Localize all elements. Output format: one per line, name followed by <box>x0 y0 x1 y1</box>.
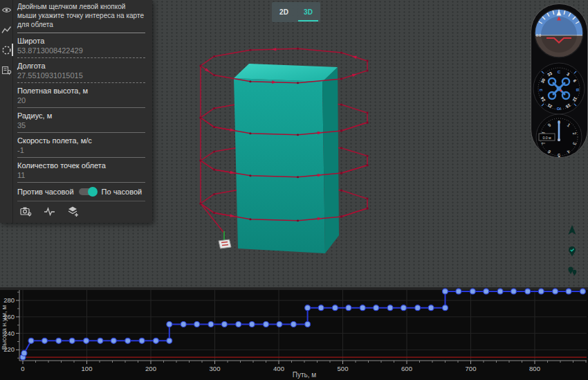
panel-instruction: Двойным щелчком левой кнопкой мыши укажи… <box>17 0 145 33</box>
tab-2d[interactable]: 2D <box>272 2 296 22</box>
toggle-right-label: По часовой <box>102 188 143 196</box>
svg-text:100: 100 <box>82 365 93 372</box>
svg-text:700: 700 <box>466 365 477 372</box>
field-label: Полетная высота, м <box>17 86 145 96</box>
field-value-input[interactable]: 20 <box>17 96 145 107</box>
field-value-input[interactable]: 27.5510931015015 <box>17 71 145 82</box>
orbit-settings-panel: Двойным щелчком левой кнопкой мыши укажи… <box>0 0 152 223</box>
building-location-icon[interactable] <box>1 64 12 75</box>
layers-add-icon[interactable] <box>67 206 79 217</box>
altimeter-indicator: 01234567890.0 м <box>536 114 582 157</box>
field-label: Радиус, м <box>17 111 145 120</box>
direction-toggle[interactable] <box>79 188 97 195</box>
svg-text:600: 600 <box>401 365 412 372</box>
field-value-input[interactable]: 53.8713008422429 <box>17 46 145 57</box>
altitude-series-line <box>23 291 582 357</box>
panel-form: Двойным щелчком левой кнопкой мыши укажи… <box>13 0 152 223</box>
field-value-input[interactable]: 35 <box>17 120 145 132</box>
takeoff-pad-marker <box>219 239 231 248</box>
chart-grid <box>19 290 587 361</box>
elevation-profile-panel: R0100200300400500600700800220240260280Пу… <box>0 287 588 380</box>
field-label: Долгота <box>17 61 145 71</box>
orbit-tool-icon[interactable] <box>1 44 12 55</box>
field-value-input[interactable]: 11 <box>17 170 145 182</box>
goto-point-button[interactable] <box>564 244 580 259</box>
field-orbit-points: Количество точек облета11 <box>17 158 145 183</box>
pin-check-icon <box>564 244 580 259</box>
svg-text:400: 400 <box>273 365 284 372</box>
target-building <box>234 64 339 253</box>
panel-nav-strip <box>0 0 13 223</box>
svg-text:800: 800 <box>529 365 540 372</box>
attitude-indicator: 0.0 <box>531 4 587 63</box>
toggle-left-label: Против часовой <box>17 188 74 196</box>
field-label: Скорость полета, м/с <box>17 136 145 145</box>
navigation-arrow-icon <box>564 222 580 237</box>
svg-text:5: 5 <box>558 153 560 158</box>
chart-ylabel: Высота н.у.м, м <box>1 305 8 350</box>
field-longitude: Долгота27.5510931015015 <box>17 58 145 83</box>
route-profile-icon[interactable] <box>1 24 12 35</box>
field-label: Количество точек облета <box>17 161 145 170</box>
svg-text:200: 200 <box>145 365 156 372</box>
field-latitude: Широта53.8713008422429 <box>17 33 145 58</box>
pulse-icon[interactable] <box>44 206 55 217</box>
svg-text:280: 280 <box>3 296 15 304</box>
svg-text:0.0: 0.0 <box>536 33 541 37</box>
panel-tool-row <box>17 201 145 219</box>
field-label: Широта <box>17 36 145 46</box>
svg-text:0.0 м: 0.0 м <box>542 136 551 140</box>
svg-text:З: З <box>539 89 543 91</box>
direction-toggle-row: Против часовой По часовой <box>17 183 145 201</box>
svg-text:С: С <box>558 70 561 74</box>
field-altitude: Полетная высота, м20 <box>17 83 145 108</box>
field-radius: Радиус, м35 <box>17 108 145 133</box>
svg-text:В: В <box>576 89 580 92</box>
view-mode-tabs: 2D 3D <box>272 2 320 22</box>
instrument-dials: 0.0С36В1215Ю2124З303301234567890.0 м <box>531 4 587 157</box>
eye-icon[interactable] <box>1 4 12 15</box>
svg-text:0: 0 <box>21 365 24 372</box>
center-on-drone-button[interactable] <box>564 222 580 237</box>
tab-3d[interactable]: 3D <box>296 2 320 22</box>
pin-group-icon <box>564 264 580 279</box>
chart-ticks <box>16 292 586 364</box>
svg-text:300: 300 <box>210 365 221 372</box>
svg-text:500: 500 <box>338 365 349 372</box>
camera-location-icon[interactable] <box>20 206 32 217</box>
field-value-input[interactable]: -1 <box>17 145 145 157</box>
svg-text:Ю: Ю <box>557 107 561 111</box>
field-speed: Скорость полета, м/с-1 <box>17 133 145 158</box>
flight-instruments-panel: 0.0С36В1215Ю2124З303301234567890.0 м <box>531 3 588 158</box>
show-waypoints-button[interactable] <box>564 264 580 279</box>
compass-indicator: С36В1215Ю2124З3033 <box>533 63 585 114</box>
elevation-profile-chart: R0100200300400500600700800220240260280Пу… <box>0 287 588 380</box>
chart-xlabel: Путь, м <box>293 371 317 379</box>
